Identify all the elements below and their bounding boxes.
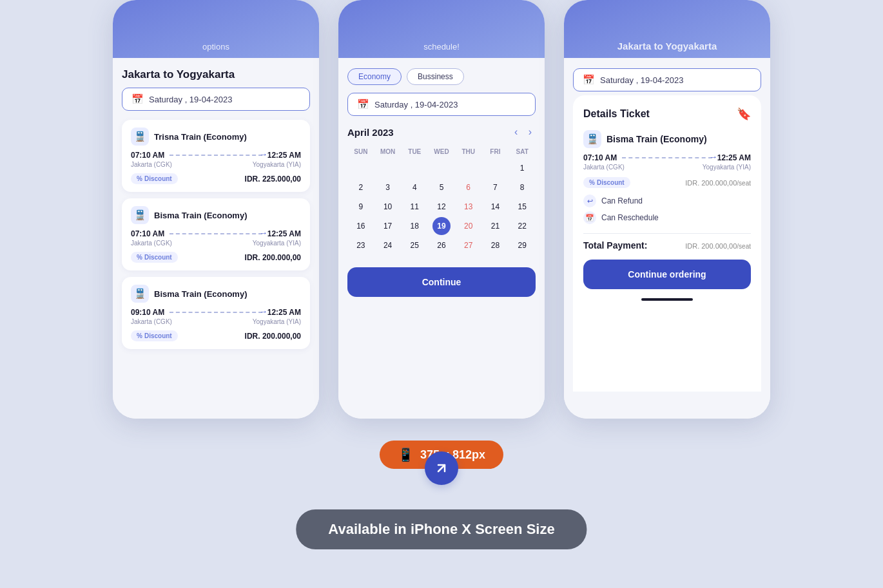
size-badge-phone-icon: 📱 (398, 447, 414, 462)
cal-day-18[interactable]: 18 (405, 217, 423, 235)
cal-day-28[interactable]: 28 (486, 236, 504, 254)
refund-icon: ↩ (583, 194, 596, 207)
cal-day-27[interactable]: 27 (460, 236, 478, 254)
cal-day-21[interactable]: 21 (486, 217, 504, 235)
discount-badge-0: % Discount (131, 173, 178, 184)
cal-day-13[interactable]: 13 (460, 198, 478, 216)
calendar-month-row: April 2023 ‹ › (347, 125, 536, 139)
left-route-title: Jakarta to Yogyakarta (122, 68, 310, 81)
cal-next[interactable]: › (525, 125, 536, 139)
discount-label-2: Discount (144, 332, 172, 339)
phone-center-header-text: schedule! (423, 42, 460, 52)
cal-day-14[interactable]: 14 (486, 198, 504, 216)
cal-day-1[interactable]: 1 (513, 159, 531, 177)
right-date-text: Saturday , 19-04-2023 (600, 75, 683, 85)
cal-day-22[interactable]: 22 (513, 217, 531, 235)
phone-left-body: Jakarta to Yogyakarta 📅 Saturday , 19-04… (113, 58, 319, 419)
cal-day-8[interactable]: 8 (513, 178, 531, 196)
train-card-0[interactable]: 🚆 Trisna Train (Economy) 07:10 AM 12:25 … (122, 120, 310, 192)
train-from-1: Jakarta (CGK) (131, 240, 172, 247)
train-stations-2: Jakarta (CGK) Yogyakarta (YIA) (131, 318, 301, 325)
total-price: IDR. 200.000,00/seat (685, 241, 751, 251)
discount-label-1: Discount (144, 254, 172, 261)
cal-day-23[interactable]: 23 (352, 236, 370, 254)
collapse-circle[interactable] (425, 451, 458, 485)
train-time-row-1: 07:10 AM 12:25 AM (131, 229, 301, 238)
feature-reschedule-text: Can Reschedule (601, 213, 659, 222)
cal-day-25[interactable]: 25 (405, 236, 423, 254)
cal-day-11[interactable]: 11 (405, 198, 423, 216)
cal-prev[interactable]: ‹ (510, 125, 521, 139)
train-card-header-2: 🚆 Bisma Train (Economy) (131, 285, 301, 303)
train-icon-2: 🚆 (131, 285, 149, 303)
price-text-2: IDR. 200.000,00 (245, 332, 301, 341)
discount-badge-2: % Discount (131, 330, 178, 341)
cal-day-5[interactable]: 5 (432, 178, 451, 196)
price-row-1: % Discount IDR. 200.000,00 (131, 252, 301, 263)
train-card-2[interactable]: 🚆 Bisma Train (Economy) 09:10 AM 12:25 A… (122, 277, 310, 349)
phone-left: options Jakarta to Yogyakarta 📅 Saturday… (113, 0, 319, 419)
calendar-weeks: 1234567891011121314151617181920212223242… (347, 159, 536, 254)
phone-right-wrapper: Jakarta to Yogyakarta 📅 Saturday , 19-04… (564, 0, 770, 419)
cal-day-6[interactable]: 6 (460, 178, 478, 196)
cal-day-9[interactable]: 9 (352, 198, 370, 216)
train-time-row-0: 07:10 AM 12:25 AM (131, 151, 301, 160)
calendar-grid: SUN MON TUE WED THU FRI SAT 123456789101… (347, 146, 536, 254)
train-time-row-2: 09:10 AM 12:25 AM (131, 308, 301, 317)
train-line-2 (170, 312, 262, 313)
detail-discount-badge: % Discount (583, 177, 630, 188)
cal-day-3[interactable]: 3 (379, 178, 397, 196)
train-to-1: Yogyakarta (YIA) (253, 240, 301, 247)
cal-day-26[interactable]: 26 (432, 236, 451, 254)
cal-day-29[interactable]: 29 (513, 236, 531, 254)
left-date-box[interactable]: 📅 Saturday , 19-04-2023 (122, 88, 310, 111)
detail-to: Yogyakarta (YIA) (703, 164, 751, 171)
right-date-box[interactable]: 📅 Saturday , 19-04-2023 (573, 68, 761, 91)
train-name-1: Bisma Train (Economy) (154, 211, 247, 220)
available-badge: Available in iPhone X Screen Size (296, 509, 587, 549)
detail-time-row: 07:10 AM 12:25 AM (583, 153, 751, 162)
cal-day-19[interactable]: 19 (432, 217, 451, 235)
cal-header-sat: SAT (509, 146, 536, 158)
train-icon-1: 🚆 (131, 206, 149, 224)
detail-stations: Jakarta (CGK) Yogyakarta (YIA) (583, 164, 751, 171)
cal-day-20[interactable]: 20 (460, 217, 478, 235)
cal-header-tue: TUE (401, 146, 428, 158)
cal-day-7[interactable]: 7 (486, 178, 504, 196)
detail-train-name: Bisma Train (Economy) (606, 134, 707, 144)
train-arrive-2: 12:25 AM (266, 308, 301, 317)
cal-day-10[interactable]: 10 (379, 198, 397, 216)
cal-day-16[interactable]: 16 (352, 217, 370, 235)
train-card-1[interactable]: 🚆 Bisma Train (Economy) 07:10 AM 12:25 A… (122, 198, 310, 270)
continue-button[interactable]: Continue (347, 267, 536, 297)
cal-day-12[interactable]: 12 (432, 198, 451, 216)
center-date-text: Saturday , 19-04-2023 (374, 100, 458, 109)
train-stations-0: Jakarta (CGK) Yogyakarta (YIA) (131, 161, 301, 168)
cal-day-2[interactable]: 2 (352, 178, 370, 196)
cal-day-24[interactable]: 24 (379, 236, 397, 254)
cal-day-4[interactable]: 4 (405, 178, 423, 196)
discount-icon-1: % (137, 254, 142, 261)
tab-economy[interactable]: Economy (347, 68, 402, 85)
train-arrive-1: 12:25 AM (266, 229, 301, 238)
phone-left-wrapper: options Jakarta to Yogyakarta 📅 Saturday… (113, 0, 319, 419)
train-depart-0: 07:10 AM (131, 151, 166, 160)
cal-header-row: SUN MON TUE WED THU FRI SAT (347, 146, 536, 158)
feature-refund: ↩ Can Refund (583, 194, 751, 207)
total-suffix: /seat (737, 243, 751, 250)
bookmark-icon[interactable]: 🔖 (737, 107, 751, 121)
detail-from: Jakarta (CGK) (583, 164, 625, 171)
bottom-bar (641, 298, 693, 301)
continue-ordering-button[interactable]: Continue ordering (583, 260, 751, 289)
train-to-0: Yogyakarta (YIA) (253, 161, 301, 168)
phone-right: Jakarta to Yogyakarta 📅 Saturday , 19-04… (564, 0, 770, 419)
total-label: Total Payment: (583, 240, 647, 251)
cal-day-17[interactable]: 17 (379, 217, 397, 235)
train-stations-1: Jakarta (CGK) Yogyakarta (YIA) (131, 240, 301, 247)
discount-badge-1: % Discount (131, 252, 178, 263)
cal-day-15[interactable]: 15 (513, 198, 531, 216)
tab-business[interactable]: Bussiness (407, 68, 464, 85)
phone-right-route-title: Jakarta to Yogyakarta (617, 41, 717, 52)
feature-reschedule: 📅 Can Reschedule (583, 211, 751, 224)
center-date-box[interactable]: 📅 Saturday , 19-04-2023 (347, 93, 536, 116)
